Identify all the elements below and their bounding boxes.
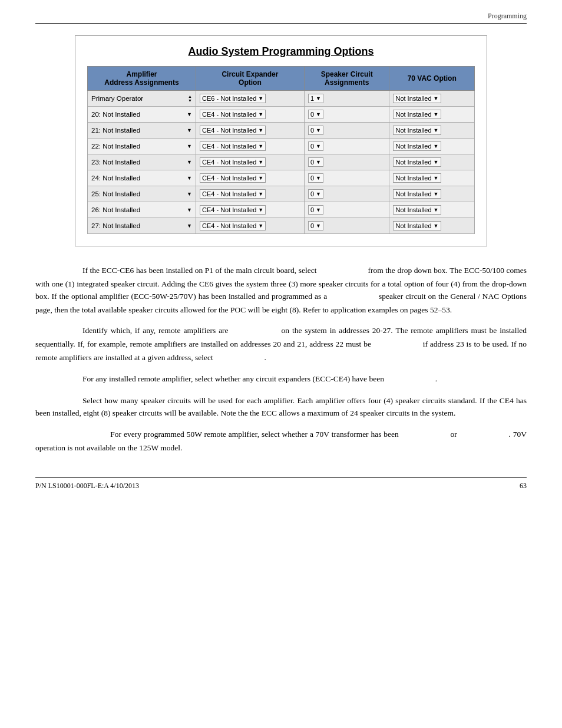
speaker-select[interactable]: 0▼ [308,173,323,183]
vac-cell: Not Installed▼ [389,107,475,123]
amp-dropdown-arrow[interactable]: ▼ [187,223,192,229]
speaker-value: 0 [310,159,314,166]
speaker-select[interactable]: 0▼ [308,141,323,151]
circuit-cell: CE4 - Not Installed▼ [196,202,304,218]
circuit-value: CE4 - Not Installed [202,159,256,166]
vac-value: Not Installed [395,190,431,197]
circuit-select[interactable]: CE4 - Not Installed▼ [200,141,266,151]
col-header-vac: 70 VAC Option [389,67,475,91]
amp-dropdown-arrow[interactable]: ▼ [187,159,192,165]
body-para1: If the ECC-CE6 has been installed on P1 … [35,264,527,316]
vac-select[interactable]: Not Installed▼ [393,205,441,215]
speaker-select[interactable]: 0▼ [308,221,323,230]
circuit-value: CE4 - Not Installed [202,111,256,118]
vac-arrow: ▼ [434,159,439,165]
amp-cell: 20: Not Installed▼ [88,107,196,123]
vac-arrow: ▼ [434,111,439,117]
amp-label: Primary Operator [91,95,143,102]
circuit-select[interactable]: CE6 - Not Installed▼ [200,94,266,103]
circuit-cell: CE4 - Not Installed▼ [196,123,304,139]
vac-cell: Not Installed▼ [389,91,475,107]
amp-dropdown-arrow[interactable]: ▼ [187,127,192,133]
amp-label: 22: Not Installed [91,143,140,150]
circuit-select[interactable]: CE4 - Not Installed▼ [200,157,266,167]
vac-select[interactable]: Not Installed▼ [393,157,441,167]
circuit-select[interactable]: CE4 - Not Installed▼ [200,110,266,119]
vac-cell: Not Installed▼ [389,170,475,186]
speaker-select[interactable]: 1▼ [308,94,323,103]
vac-cell: Not Installed▼ [389,202,475,218]
circuit-value: CE6 - Not Installed [202,95,256,102]
amp-dropdown-arrow[interactable]: ▼ [187,111,192,117]
table-row: 24: Not Installed▼CE4 - Not Installed▼0▼… [88,170,475,186]
speaker-cell: 0▼ [304,107,389,123]
speaker-arrow: ▼ [316,175,321,181]
circuit-arrow: ▼ [258,191,263,197]
table-row: 21: Not Installed▼CE4 - Not Installed▼0▼… [88,123,475,139]
speaker-select[interactable]: 0▼ [308,110,323,119]
vac-arrow: ▼ [434,127,439,133]
vac-select[interactable]: Not Installed▼ [393,221,441,230]
circuit-select[interactable]: CE4 - Not Installed▼ [200,189,266,199]
speaker-value: 1 [310,95,314,102]
amp-label: 21: Not Installed [91,127,140,134]
vac-select[interactable]: Not Installed▼ [393,94,441,103]
speaker-value: 0 [310,222,314,229]
circuit-arrow: ▼ [258,223,263,229]
circuit-arrow: ▼ [258,159,263,165]
amp-label: 27: Not Installed [91,222,140,229]
vac-select[interactable]: Not Installed▼ [393,126,441,135]
speaker-select[interactable]: 0▼ [308,189,323,199]
vac-select[interactable]: Not Installed▼ [393,110,441,119]
amp-dropdown-arrow[interactable]: ▼ [187,143,192,149]
speaker-arrow: ▼ [316,223,321,229]
circuit-value: CE4 - Not Installed [202,190,256,197]
circuit-value: CE4 - Not Installed [202,174,256,182]
speaker-arrow: ▼ [316,95,321,101]
speaker-arrow: ▼ [316,159,321,165]
speaker-select[interactable]: 0▼ [308,157,323,167]
footer-page: 63 [520,482,527,490]
amp-label: 26: Not Installed [91,206,140,213]
vac-select[interactable]: Not Installed▼ [393,141,441,151]
vac-cell: Not Installed▼ [389,139,475,154]
vac-select[interactable]: Not Installed▼ [393,189,441,199]
speaker-select[interactable]: 0▼ [308,126,323,135]
amp-cell: 23: Not Installed▼ [88,154,196,170]
amp-dropdown-arrow[interactable]: ▼ [187,191,192,197]
circuit-select[interactable]: CE4 - Not Installed▼ [200,205,266,215]
amp-stepper[interactable]: ▲▼ [188,94,192,103]
speaker-select[interactable]: 0▼ [308,205,323,215]
col-header-speaker: Speaker CircuitAssignments [304,67,389,91]
circuit-value: CE4 - Not Installed [202,127,256,134]
vac-value: Not Installed [395,111,431,118]
speaker-cell: 0▼ [304,170,389,186]
speaker-cell: 0▼ [304,139,389,154]
col-header-circuit: Circuit ExpanderOption [196,67,304,91]
vac-select[interactable]: Not Installed▼ [393,173,441,183]
vac-arrow: ▼ [434,175,439,181]
circuit-select[interactable]: CE4 - Not Installed▼ [200,173,266,183]
circuit-select[interactable]: CE4 - Not Installed▼ [200,126,266,135]
amp-dropdown-arrow[interactable]: ▼ [187,207,192,213]
body-para3: For any installed remote amplifier, sele… [35,373,527,386]
vac-value: Not Installed [395,222,431,229]
vac-value: Not Installed [395,143,431,150]
circuit-value: CE4 - Not Installed [202,222,256,229]
footer-pn: P/N LS10001-000FL-E:A 4/10/2013 [35,482,139,490]
amp-dropdown-arrow[interactable]: ▼ [187,175,192,181]
body-para2: Identify which, if any, remote amplifier… [35,324,527,364]
speaker-arrow: ▼ [316,207,321,213]
vac-value: Not Installed [395,174,431,182]
circuit-cell: CE4 - Not Installed▼ [196,218,304,234]
vac-cell: Not Installed▼ [389,218,475,234]
speaker-value: 0 [310,206,314,213]
amp-cell: Primary Operator▲▼ [88,91,196,107]
circuit-arrow: ▼ [258,143,263,149]
speaker-value: 0 [310,143,314,150]
amp-label: 24: Not Installed [91,174,140,182]
amp-cell: 27: Not Installed▼ [88,218,196,234]
circuit-select[interactable]: CE4 - Not Installed▼ [200,221,266,230]
speaker-value: 0 [310,190,314,197]
table-row: 26: Not Installed▼CE4 - Not Installed▼0▼… [88,202,475,218]
